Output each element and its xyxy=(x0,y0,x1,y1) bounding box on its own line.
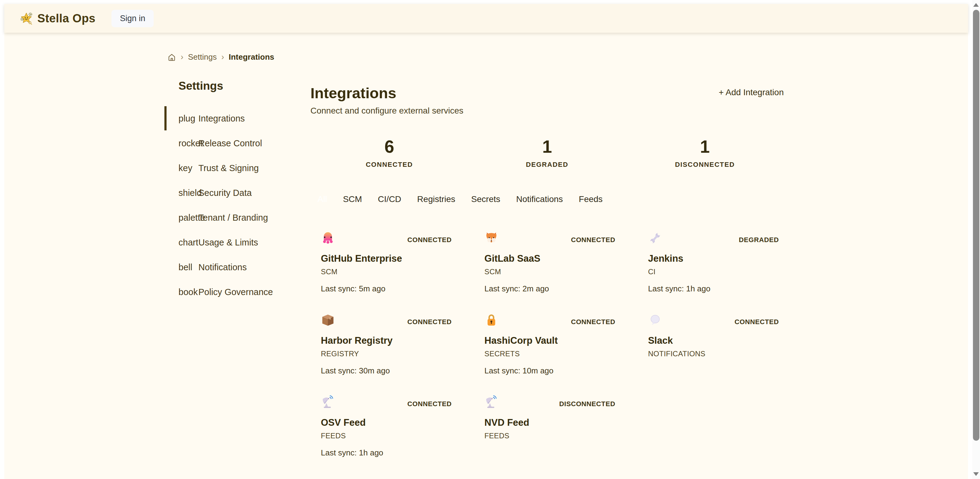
stat-value: 1 xyxy=(626,137,784,157)
tab-registries[interactable]: Registries xyxy=(417,194,455,204)
scrollbar-up-arrow-icon[interactable] xyxy=(973,3,979,7)
stat-label: DISCONNECTED xyxy=(626,161,784,169)
stat-disconnected: 1 DISCONNECTED xyxy=(626,137,784,169)
tab-all[interactable]: All xyxy=(318,194,327,204)
status-badge: CONNECTED xyxy=(571,236,616,244)
integration-last-sync: Last sync: 2m ago xyxy=(484,284,615,293)
package-icon xyxy=(321,313,335,327)
integration-type: FEEDS xyxy=(484,431,615,440)
plug-icon: plug xyxy=(178,113,195,123)
sidebar-item-label: Security Data xyxy=(198,188,252,198)
page-subtitle: Connect and configure external services xyxy=(310,106,463,116)
top-bar: Stella Ops Sign in xyxy=(4,4,968,33)
stat-value: 1 xyxy=(468,137,626,157)
sign-in-button[interactable]: Sign in xyxy=(111,10,154,27)
breadcrumb-separator: › xyxy=(181,53,183,62)
integration-type: SCM xyxy=(321,267,452,276)
main-header: Integrations Connect and configure exter… xyxy=(310,84,784,116)
sidebar-item-label: Notifications xyxy=(198,262,247,272)
home-icon[interactable] xyxy=(167,53,176,62)
tab-notifications[interactable]: Notifications xyxy=(516,194,563,204)
breadcrumb: › Settings › Integrations xyxy=(161,33,784,62)
integration-name: GitHub Enterprise xyxy=(321,253,452,264)
wrench-icon xyxy=(648,231,662,245)
status-badge: DISCONNECTED xyxy=(559,400,615,408)
sidebar-item-security-data[interactable]: shield Security Data xyxy=(161,180,310,205)
sidebar-nav: plug Integrations rocket Release Control… xyxy=(161,106,310,304)
tab-cicd[interactable]: CI/CD xyxy=(378,194,401,204)
stats-row: 6 CONNECTED 1 DEGRADED 1 DISCONNECTED xyxy=(310,137,784,169)
brand: Stella Ops xyxy=(20,12,95,25)
stat-degraded: 1 DEGRADED xyxy=(468,137,626,169)
integration-type: CI xyxy=(648,267,779,276)
integration-last-sync xyxy=(484,448,615,457)
content-wrapper: › Settings › Integrations Settings plug … xyxy=(161,33,784,458)
stat-connected: 6 CONNECTED xyxy=(310,137,468,169)
integration-name: GitLab SaaS xyxy=(484,253,615,264)
integration-name: Slack xyxy=(648,335,779,346)
sidebar-item-label: Trust & Signing xyxy=(198,163,259,173)
sidebar-item-label: Release Control xyxy=(198,138,262,148)
sidebar-item-label: Policy Governance xyxy=(198,287,273,297)
app-window: Stella Ops Sign in › Settings › Integrat… xyxy=(4,4,968,479)
status-badge: CONNECTED xyxy=(571,318,616,326)
scrollbar-thumb[interactable] xyxy=(973,10,979,441)
sidebar-item-tenant-branding[interactable]: palette Tenant / Branding xyxy=(161,205,310,230)
app-title: Stella Ops xyxy=(37,12,95,25)
integration-type: SECRETS xyxy=(484,350,615,358)
integration-card-gitlab-saas[interactable]: CONNECTED GitLab SaaS SCM Last sync: 2m … xyxy=(484,231,615,293)
card-top: CONNECTED xyxy=(484,313,615,327)
octopus-icon xyxy=(321,231,335,245)
tab-feeds[interactable]: Feeds xyxy=(579,194,603,204)
book-icon: book xyxy=(178,287,198,297)
integration-card-harbor-registry[interactable]: CONNECTED Harbor Registry REGISTRY Last … xyxy=(321,313,452,376)
breadcrumb-settings[interactable]: Settings xyxy=(188,53,217,62)
page-title: Integrations xyxy=(310,84,463,102)
status-badge: CONNECTED xyxy=(407,400,452,408)
integration-card-slack[interactable]: CONNECTED Slack NOTIFICATIONS xyxy=(648,313,779,376)
sidebar-item-policy-governance[interactable]: book Policy Governance xyxy=(161,279,310,304)
stat-value: 6 xyxy=(310,137,468,157)
sidebar-item-label: Usage & Limits xyxy=(198,237,258,247)
integration-last-sync xyxy=(648,366,779,375)
integration-type: FEEDS xyxy=(321,431,452,440)
sidebar-item-notifications[interactable]: bell Notifications xyxy=(161,255,310,279)
status-badge: DEGRADED xyxy=(739,236,779,244)
bell-icon: bell xyxy=(178,262,192,272)
stat-label: CONNECTED xyxy=(310,161,468,169)
integration-last-sync: Last sync: 1h ago xyxy=(321,448,452,458)
integration-card-github-enterprise[interactable]: CONNECTED GitHub Enterprise SCM Last syn… xyxy=(321,231,452,293)
settings-layout: Settings plug Integrations rocket Releas… xyxy=(161,80,784,458)
tab-scm[interactable]: SCM xyxy=(343,194,362,204)
tab-secrets[interactable]: Secrets xyxy=(471,194,500,204)
sidebar-item-integrations[interactable]: plug Integrations xyxy=(161,106,310,131)
integration-last-sync: Last sync: 30m ago xyxy=(321,366,452,376)
stella-ops-logo-icon xyxy=(20,12,33,25)
sidebar-item-usage-limits[interactable]: chart Usage & Limits xyxy=(161,230,310,255)
add-integration-button[interactable]: + Add Integration xyxy=(719,84,784,97)
breadcrumb-integrations: Integrations xyxy=(229,53,274,62)
satellite-antenna-icon xyxy=(484,395,498,409)
integration-name: OSV Feed xyxy=(321,417,452,428)
sidebar-item-trust-signing[interactable]: key Trust & Signing xyxy=(161,156,310,180)
breadcrumb-separator: › xyxy=(221,53,224,62)
integration-name: HashiCorp Vault xyxy=(484,335,615,346)
card-top: CONNECTED xyxy=(321,313,452,327)
integration-last-sync: Last sync: 1h ago xyxy=(648,284,779,293)
integration-last-sync: Last sync: 5m ago xyxy=(321,284,452,293)
integration-card-osv-feed[interactable]: CONNECTED OSV Feed FEEDS Last sync: 1h a… xyxy=(321,395,452,458)
integration-card-jenkins[interactable]: DEGRADED Jenkins CI Last sync: 1h ago xyxy=(648,231,779,293)
integration-card-nvd-feed[interactable]: DISCONNECTED NVD Feed FEEDS xyxy=(484,395,615,458)
sidebar-item-release-control[interactable]: rocket Release Control xyxy=(161,131,310,156)
integration-name: Harbor Registry xyxy=(321,335,452,346)
category-tabs: All SCM CI/CD Registries Secrets Notific… xyxy=(310,194,784,204)
sidebar-item-label: Integrations xyxy=(198,113,245,123)
card-top: DISCONNECTED xyxy=(484,395,615,409)
key-icon: key xyxy=(178,163,192,173)
page-body: › Settings › Integrations Settings plug … xyxy=(4,33,968,479)
speech-balloon-icon xyxy=(648,313,662,327)
integration-card-hashicorp-vault[interactable]: CONNECTED HashiCorp Vault SECRETS Last s… xyxy=(484,313,615,376)
scrollbar-down-arrow-icon[interactable] xyxy=(973,472,979,476)
card-top: CONNECTED xyxy=(321,395,452,409)
scrollbar[interactable] xyxy=(972,0,980,479)
